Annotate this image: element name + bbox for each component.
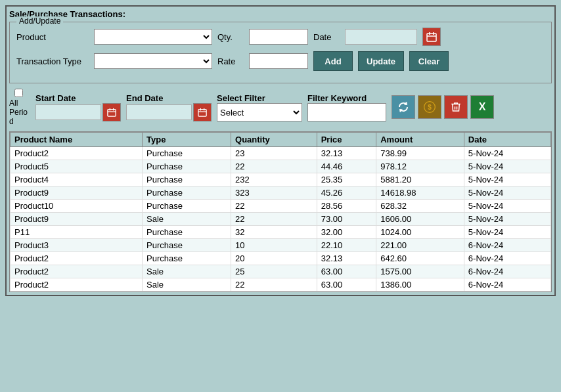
table-row[interactable]: Product2Sale2263.001386.006-Nov-24 xyxy=(11,278,551,292)
table-cell: 1024.00 xyxy=(376,226,464,239)
update-button[interactable]: Update xyxy=(358,51,404,71)
table-row[interactable]: Product9Purchase32345.2614618.985-Nov-24 xyxy=(11,186,551,200)
table-row[interactable]: Product9Sale2273.001606.005-Nov-24 xyxy=(11,213,551,226)
end-date-calendar-icon[interactable] xyxy=(193,103,212,121)
table-cell: Purchase xyxy=(143,239,231,252)
table-cell: 232 xyxy=(231,173,317,186)
end-date-input[interactable]: 6-Nov-2024 xyxy=(126,104,192,120)
table-cell: 22.10 xyxy=(317,239,376,252)
table-cell: 5-Nov-24 xyxy=(464,200,550,213)
table-cell: 642.60 xyxy=(376,252,464,265)
all-period-label: AllPeriod xyxy=(9,98,28,126)
end-date-label: End Date xyxy=(126,93,163,103)
table-header-row: Product Name Type Quantity Price Amount … xyxy=(11,133,551,147)
table-cell: 5-Nov-24 xyxy=(464,160,550,173)
svg-rect-8 xyxy=(198,110,206,117)
filter-keyword-input[interactable] xyxy=(307,103,386,121)
table-row[interactable]: Product2Purchase2332.13738.995-Nov-24 xyxy=(11,147,551,160)
qty-label: Qty. xyxy=(217,32,244,42)
table-row[interactable]: Product10Purchase2228.56628.325-Nov-24 xyxy=(11,200,551,213)
coin-button[interactable]: $ xyxy=(418,95,441,119)
table-cell: Sale xyxy=(143,278,231,292)
start-date-container: Start Date 7-Oct-2024 xyxy=(35,93,121,121)
transaction-type-select[interactable] xyxy=(94,53,212,69)
table-row[interactable]: Product2Purchase2032.13642.606-Nov-24 xyxy=(11,252,551,265)
refresh-button[interactable] xyxy=(392,95,415,119)
col-quantity: Quantity xyxy=(231,133,317,147)
table-cell: 63.00 xyxy=(317,265,376,278)
table-cell: Purchase xyxy=(143,147,231,160)
table-cell: Sale xyxy=(143,265,231,278)
table-cell: 25 xyxy=(231,265,317,278)
rate-label: Rate xyxy=(217,56,244,66)
filter-keyword-container: Filter Keyword xyxy=(307,93,386,121)
table-cell: Purchase xyxy=(143,252,231,265)
table-row[interactable]: Product3Purchase1022.10221.006-Nov-24 xyxy=(11,239,551,252)
table-row[interactable]: Product2Sale2563.001575.006-Nov-24 xyxy=(11,265,551,278)
start-date-input[interactable]: 7-Oct-2024 xyxy=(35,104,101,120)
table-cell: 1575.00 xyxy=(376,265,464,278)
table-cell: Product9 xyxy=(11,186,143,200)
table-cell: 28.56 xyxy=(317,200,376,213)
product-select[interactable] xyxy=(94,29,212,45)
table-cell: P11 xyxy=(11,226,143,239)
table-cell: 323 xyxy=(231,186,317,200)
action-icons: $ X xyxy=(392,95,494,120)
table-cell: 32 xyxy=(231,226,317,239)
svg-text:$: $ xyxy=(428,104,432,111)
select-filter-select[interactable]: Select xyxy=(217,103,302,121)
svg-rect-0 xyxy=(427,33,436,41)
all-period-checkbox[interactable] xyxy=(14,89,23,97)
col-amount: Amount xyxy=(376,133,464,147)
delete-button[interactable] xyxy=(444,95,468,119)
table-cell: Purchase xyxy=(143,160,231,173)
excel-button[interactable]: X xyxy=(470,95,494,119)
table-cell: Product5 xyxy=(11,160,143,173)
rate-input[interactable] xyxy=(249,53,308,69)
table-cell: Product10 xyxy=(11,200,143,213)
table-cell: 20 xyxy=(231,252,317,265)
table-cell: 22 xyxy=(231,200,317,213)
page-title: Sale/Purchase Transactions: xyxy=(9,9,552,19)
table-cell: Purchase xyxy=(143,186,231,200)
svg-rect-4 xyxy=(108,110,116,117)
table-cell: 32.13 xyxy=(317,252,376,265)
filter-row: AllPeriod Start Date 7-Oct-2024 End Date xyxy=(9,89,552,126)
table-cell: Purchase xyxy=(143,200,231,213)
col-price: Price xyxy=(317,133,376,147)
table-cell: 1606.00 xyxy=(376,213,464,226)
table-cell: 5-Nov-24 xyxy=(464,173,550,186)
clear-button[interactable]: Clear xyxy=(409,51,449,71)
table-cell: 45.26 xyxy=(317,186,376,200)
qty-input[interactable] xyxy=(249,29,308,45)
add-button[interactable]: Add xyxy=(313,51,353,71)
table-cell: 5-Nov-24 xyxy=(464,186,550,200)
table-cell: 23 xyxy=(231,147,317,160)
start-date-label: Start Date xyxy=(35,93,76,103)
table-cell: 22 xyxy=(231,278,317,292)
date-calendar-icon[interactable] xyxy=(422,28,441,46)
table-row[interactable]: P11Purchase3232.001024.005-Nov-24 xyxy=(11,226,551,239)
table-row[interactable]: Product5Purchase2244.46978.125-Nov-24 xyxy=(11,160,551,173)
table-cell: 5-Nov-24 xyxy=(464,226,550,239)
date-label: Date xyxy=(313,32,340,42)
table-cell: 14618.98 xyxy=(376,186,464,200)
excel-icon-label: X xyxy=(479,101,486,113)
all-period-container: AllPeriod xyxy=(9,89,28,126)
table-cell: 6-Nov-24 xyxy=(464,239,550,252)
date-input[interactable]: 6-Nov-2024 xyxy=(345,29,417,45)
main-container: Sale/Purchase Transactions: Add/Update P… xyxy=(5,5,556,296)
table-cell: 63.00 xyxy=(317,278,376,292)
table-cell: 73.00 xyxy=(317,213,376,226)
transactions-table: Product Name Type Quantity Price Amount … xyxy=(10,132,551,292)
table-cell: 5-Nov-24 xyxy=(464,213,550,226)
add-update-label: Add/Update xyxy=(16,16,63,26)
table-cell: 738.99 xyxy=(376,147,464,160)
start-date-calendar-icon[interactable] xyxy=(102,103,121,121)
table-cell: 6-Nov-24 xyxy=(464,252,550,265)
table-cell: 22 xyxy=(231,213,317,226)
transactions-table-area: Product Name Type Quantity Price Amount … xyxy=(9,131,552,292)
col-type: Type xyxy=(143,133,231,147)
table-row[interactable]: Product4Purchase23225.355881.205-Nov-24 xyxy=(11,173,551,186)
select-filter-label: Select Filter xyxy=(217,93,265,103)
